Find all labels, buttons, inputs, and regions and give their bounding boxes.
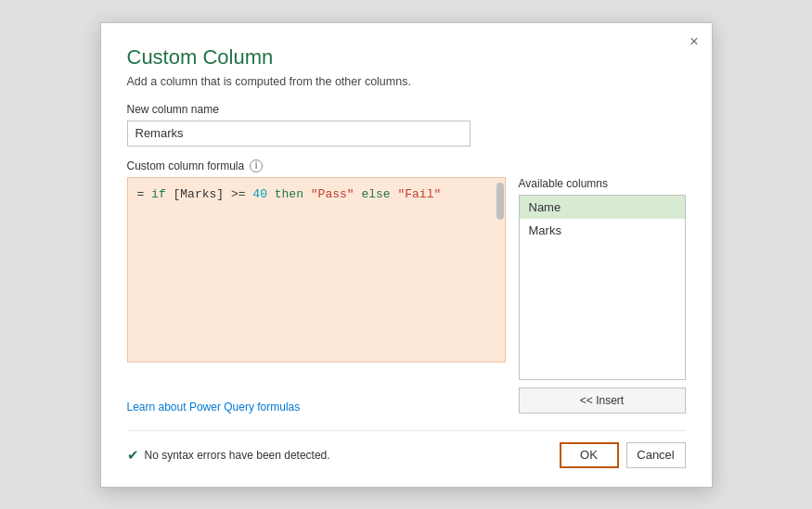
right-panel: Available columns Name Marks << Insert (519, 177, 686, 414)
formula-string-fail: "Fail" (397, 187, 441, 201)
insert-button[interactable]: << Insert (519, 388, 686, 414)
status-text: No syntax errors have been detected. (145, 449, 330, 462)
formula-display[interactable]: = if [Marks] >= 40 then "Pass" else "Fai… (127, 177, 506, 363)
formula-area-wrapper: = if [Marks] >= 40 then "Pass" else "Fai… (127, 177, 506, 414)
check-icon: ✔ (127, 447, 139, 464)
status-message: ✔ No syntax errors have been detected. (127, 447, 330, 464)
formula-equals: = (137, 187, 152, 201)
main-content-row: = if [Marks] >= 40 then "Pass" else "Fai… (127, 177, 686, 414)
formula-part2 (267, 187, 275, 201)
formula-part3 (303, 187, 311, 201)
column-name-label: New column name (127, 103, 686, 116)
column-name-input[interactable] (127, 121, 470, 146)
cancel-button[interactable]: Cancel (626, 442, 686, 468)
column-item-marks[interactable]: Marks (520, 219, 685, 242)
button-group: OK Cancel (560, 442, 686, 468)
formula-keyword-then: then (275, 187, 303, 201)
scrollbar-thumb (496, 183, 504, 220)
dialog-footer: ✔ No syntax errors have been detected. O… (127, 430, 686, 468)
close-button[interactable]: × (690, 34, 698, 49)
columns-list: Name Marks (519, 195, 686, 380)
formula-number: 40 (252, 187, 267, 201)
available-columns-label: Available columns (519, 177, 686, 190)
learn-link[interactable]: Learn about Power Query formulas (127, 401, 506, 414)
formula-keyword-else: else (361, 187, 390, 201)
column-item-name[interactable]: Name (520, 196, 685, 219)
custom-column-dialog: × Custom Column Add a column that is com… (100, 22, 713, 488)
formula-label-row: Custom column formula i (127, 159, 686, 172)
formula-part1: [Marks] >= (166, 187, 253, 201)
ok-button[interactable]: OK (560, 442, 619, 468)
formula-label-text: Custom column formula (127, 159, 245, 172)
formula-string-pass: "Pass" (311, 187, 354, 201)
formula-textarea-container: = if [Marks] >= 40 then "Pass" else "Fai… (127, 177, 506, 389)
formula-keyword-if: if (151, 187, 166, 201)
dialog-title: Custom Column (127, 45, 686, 70)
info-icon: i (250, 159, 263, 172)
dialog-subtitle: Add a column that is computed from the o… (127, 75, 686, 88)
